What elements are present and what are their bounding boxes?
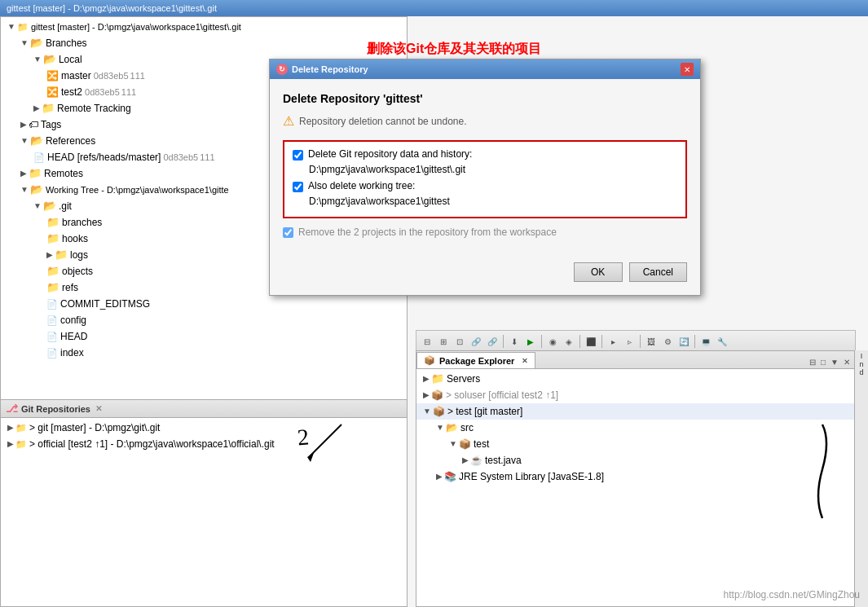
references-folder-icon: 📂 (30, 134, 43, 148)
tags-arrow: ▶ (20, 117, 27, 132)
window-titlebar: gittest [master] - D:\pmgz\java\workspac… (0, 0, 868, 16)
test2-badge: 111 (121, 85, 136, 99)
tab-menu-btn[interactable]: ▼ (829, 356, 840, 368)
git-repo-item-1[interactable]: ▶ 📁 > git [master] - D:\pmgz\git\.git (1, 420, 407, 436)
cancel-button[interactable]: Cancel (629, 262, 687, 282)
test-package-label: test (474, 437, 489, 451)
repo-icon: 📁 (17, 20, 29, 34)
remotes-folder-icon: 📁 (29, 166, 42, 181)
logs-folder-icon: 📁 (55, 248, 68, 262)
remote-folder-icon: 📁 (42, 101, 55, 116)
working-tree-arrow: ▼ (20, 183, 29, 197)
toolbar-btn-7[interactable]: ◉ (545, 334, 560, 349)
toolbar-btn-10[interactable]: ▸ (606, 334, 620, 349)
tab-minimize-btn[interactable]: ⊟ (808, 356, 817, 368)
dialog-title-text: Delete Repository (292, 64, 368, 74)
tags-label: Tags (41, 117, 61, 132)
toolbar-btn-2[interactable]: ⊞ (436, 334, 451, 349)
commit-editmsg-node[interactable]: 📄 COMMIT_EDITMSG (1, 296, 407, 312)
toolbar-btn-4[interactable]: 🔗 (469, 334, 483, 349)
toolbar-btn-15[interactable]: 💻 (698, 334, 713, 349)
test-project-arrow: ▼ (423, 404, 431, 419)
toolbar-sep-4 (601, 335, 602, 348)
commit-file-icon: 📄 (46, 297, 58, 311)
master-badge: 111 (130, 68, 145, 83)
git-repos-panel: ⎇ Git Repositories ✕ ▶ 📁 > git [master] … (0, 399, 408, 607)
config-node[interactable]: 📄 config (1, 312, 407, 328)
logs-label: logs (70, 248, 88, 262)
jre-node[interactable]: ▶ 📚 JRE System Library [JavaSE-1.8] (416, 468, 855, 485)
checkbox2-path: D:\pmgz\java\workspace1\gittest (293, 196, 677, 207)
index-node[interactable]: 📄 index (1, 345, 407, 361)
branches-arrow: ▼ (20, 36, 29, 51)
test-project-node[interactable]: ▼ 📦 > test [git master] (416, 403, 855, 420)
objects-folder-icon: 📁 (46, 264, 59, 279)
git-repos-badge: ✕ (95, 404, 102, 413)
dialog-title-area: ↻ Delete Repository (276, 64, 368, 75)
checkbox2-input[interactable] (293, 182, 303, 192)
servers-icon: 📁 (431, 372, 444, 386)
toolbar-btn-12[interactable]: 🖼 (644, 334, 659, 349)
toolbar-sep-5 (640, 335, 641, 348)
checkbox1-input[interactable] (293, 150, 303, 161)
jre-arrow: ▶ (436, 469, 443, 484)
toolbar-btn-fetch[interactable]: ⬇ (507, 334, 522, 349)
toolbar-btn-13[interactable]: ⚙ (660, 334, 675, 349)
test2-label: test2 (61, 85, 82, 99)
dotgit-folder-icon: 📂 (43, 199, 56, 213)
test-package-node[interactable]: ▼ 📦 test (416, 436, 855, 452)
references-label: References (46, 134, 95, 148)
toolbar-btn-8[interactable]: ◈ (562, 334, 576, 349)
root-arrow: ▼ (7, 20, 15, 34)
working-tree-label: Working Tree - D:\pmgz\java\workspace1\g… (46, 183, 229, 197)
refs-folder-icon: 📁 (46, 280, 59, 295)
head-file2-icon: 📄 (46, 329, 58, 344)
toolbar-btn-16[interactable]: 🔧 (715, 334, 729, 349)
head-file-icon: 📄 (33, 150, 45, 165)
toolbar-btn-5[interactable]: 🔗 (485, 334, 500, 349)
toolbar-btn-run[interactable]: ▶ (523, 334, 538, 349)
dialog-warning-text: Repository deletion cannot be undone. (299, 116, 466, 127)
working-tree-icon: 📂 (30, 183, 43, 197)
toolbar-sep-6 (694, 335, 695, 348)
testjava-node[interactable]: ▶ ☕ test.java (416, 452, 855, 468)
checkbox1-path: D:\pmgz\java\workspace1\gittest\.git (293, 164, 677, 175)
jre-icon: 📚 (444, 469, 456, 484)
toolbar-btn-14[interactable]: 🔄 (676, 334, 691, 349)
toolbar-btn-1[interactable]: ⊟ (420, 334, 434, 349)
branches-folder-icon: 📂 (30, 36, 43, 51)
git-repo-item-2[interactable]: ▶ 📁 > official [test2 ↑1] - D:\pmgz\java… (1, 436, 407, 452)
tab-close-btn[interactable]: ✕ (842, 356, 852, 368)
servers-arrow: ▶ (423, 372, 430, 386)
tab-maximize-btn[interactable]: □ (819, 356, 827, 368)
head-file-node[interactable]: 📄 HEAD (1, 328, 407, 345)
toolbar-btn-3[interactable]: ⊡ (452, 334, 467, 349)
checkbox2-row: Also delete working tree: (293, 180, 677, 192)
references-arrow: ▼ (20, 134, 29, 148)
dialog-body: Delete Repository 'gittest' ⚠ Repository… (270, 79, 700, 295)
config-label: config (60, 313, 86, 328)
dialog-close-button[interactable]: ✕ (681, 63, 694, 76)
toolbar-btn-9[interactable]: ⬛ (584, 334, 598, 349)
test-package-icon: 📦 (459, 437, 471, 451)
index-file-icon: 📄 (46, 345, 58, 360)
branches-node[interactable]: ▼ 📂 Branches (1, 35, 407, 51)
warning-icon: ⚠ (283, 113, 294, 129)
tree-root[interactable]: ▼ 📁 gittest [master] - D:\pmgz\java\work… (1, 19, 407, 35)
package-explorer-tab-icon: 📦 (424, 355, 435, 366)
package-explorer-tab[interactable]: 📦 Package Explorer ✕ (416, 352, 535, 368)
checkbox3-input[interactable] (283, 227, 293, 238)
checkbox1-row: Delete Git repository data and history: (293, 148, 677, 161)
tags-icon: 🏷 (29, 117, 38, 132)
branches-folder2-icon: 📁 (46, 215, 59, 230)
git-repos-titlebar: ⎇ Git Repositories ✕ (1, 400, 407, 418)
git-item2-label: > official [test2 ↑1] - D:\pmgz\java\wor… (29, 437, 275, 451)
servers-label: Servers (447, 372, 480, 386)
toolbar-btn-11[interactable]: ▹ (622, 334, 637, 349)
src-node[interactable]: ▼ 📂 src (416, 420, 855, 436)
ok-button[interactable]: OK (574, 262, 623, 282)
test-package-arrow: ▼ (449, 437, 457, 451)
servers-node[interactable]: ▶ 📁 Servers (416, 371, 855, 387)
soluser-node[interactable]: ▶ 📦 > soluser [official test2 ↑1] (416, 387, 855, 403)
dotgit-arrow: ▼ (33, 199, 42, 213)
